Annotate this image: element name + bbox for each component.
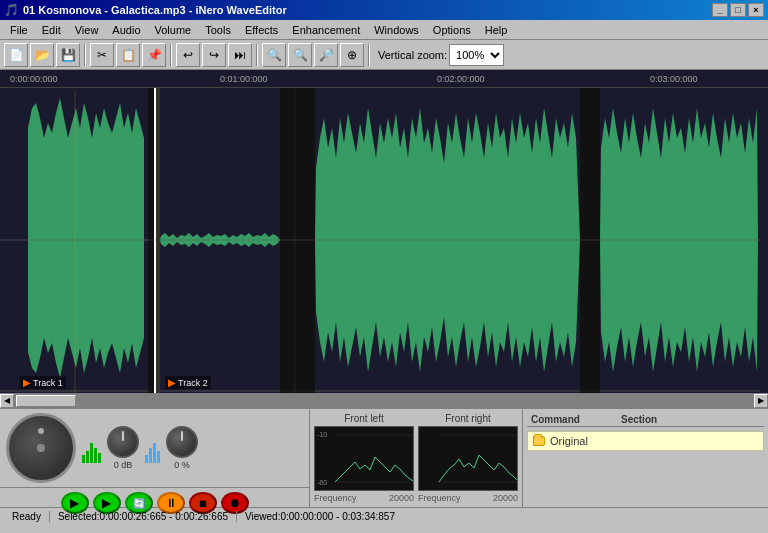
spectrum-left-title: Front left bbox=[344, 413, 383, 424]
bottom-panel: 0 dB 0 % ▶ ▶ 🔄 ⏸ ⏹ bbox=[0, 407, 768, 507]
cut-button[interactable]: ✂ bbox=[90, 43, 114, 67]
time-mark-1: 0:01:00:000 bbox=[220, 74, 268, 84]
spectrum-right-axis: Frequency 20000 bbox=[418, 491, 518, 503]
status-ready: Ready bbox=[4, 511, 50, 522]
spectrum-left-display: -10 -60 bbox=[314, 426, 414, 491]
vinyl-display bbox=[6, 413, 76, 483]
zoom-in-button[interactable]: 🔍 bbox=[262, 43, 286, 67]
volume-knob-group: 0 dB bbox=[107, 426, 139, 470]
menu-edit[interactable]: Edit bbox=[36, 22, 67, 38]
spectrum-right-display bbox=[418, 426, 518, 491]
spectrum-left-panel: Front left -10 -60 Frequency 20000 bbox=[314, 413, 414, 503]
level-bars bbox=[82, 433, 101, 463]
close-button[interactable]: × bbox=[748, 3, 764, 17]
menu-effects[interactable]: Effects bbox=[239, 22, 284, 38]
track1-arrow: ▶ bbox=[23, 377, 31, 388]
command-row-original[interactable]: Original bbox=[527, 431, 764, 451]
scroll-left-button[interactable]: ◀ bbox=[0, 394, 14, 408]
sep3 bbox=[256, 44, 258, 66]
menu-enhancement[interactable]: Enhancement bbox=[286, 22, 366, 38]
level-bar-2 bbox=[86, 451, 89, 463]
status-selected: Selected:0:00:00:26:665 - 0:00:26:665 bbox=[50, 511, 237, 522]
svg-rect-18 bbox=[419, 427, 518, 491]
svg-rect-13 bbox=[315, 427, 414, 491]
svg-text:-60: -60 bbox=[317, 479, 327, 486]
controls-area: 0 dB 0 % ▶ ▶ 🔄 ⏸ ⏹ bbox=[0, 409, 310, 507]
minimize-button[interactable]: _ bbox=[712, 3, 728, 17]
command-header: Command Section bbox=[527, 413, 764, 427]
vinyl-dot bbox=[38, 428, 44, 434]
toolbar: 📄 📂 💾 ✂ 📋 📌 ↩ ↪ ⏭ 🔍 🔍 🔎 ⊕ Vertical zoom:… bbox=[0, 40, 768, 70]
svg-rect-5 bbox=[280, 88, 315, 393]
pan-bar-3 bbox=[153, 443, 156, 463]
svg-text:-10: -10 bbox=[317, 431, 327, 438]
timeline-ruler[interactable]: 0:00:00:000 0:01:00:000 0:02:00:000 0:03… bbox=[0, 70, 768, 88]
time-mark-0: 0:00:00:000 bbox=[10, 74, 58, 84]
spectrum-left-svg: -10 -60 bbox=[315, 427, 414, 491]
pan-meter-group bbox=[145, 433, 160, 463]
menu-audio[interactable]: Audio bbox=[106, 22, 146, 38]
time-mark-3: 0:03:00:000 bbox=[650, 74, 698, 84]
time-mark-2: 0:02:00:000 bbox=[437, 74, 485, 84]
spectrum-left-freq-label: Frequency bbox=[314, 493, 357, 503]
pan-value: 0 % bbox=[174, 460, 190, 470]
track-label-2: ▶ Track 2 bbox=[165, 376, 211, 389]
title-bar: 🎵 01 Kosmonova - Galactica.mp3 - iNero W… bbox=[0, 0, 768, 20]
maximize-button[interactable]: □ bbox=[730, 3, 746, 17]
track2-arrow: ▶ bbox=[168, 377, 176, 388]
app-icon: 🎵 bbox=[4, 3, 19, 17]
pan-bar-4 bbox=[157, 451, 160, 463]
scroll-thumb[interactable] bbox=[16, 395, 76, 407]
zoom-sel-button[interactable]: 🔎 bbox=[314, 43, 338, 67]
level-bar-5 bbox=[98, 453, 101, 463]
zoom-out-button[interactable]: 🔍 bbox=[288, 43, 312, 67]
waveform-container[interactable]: 100 50 0 -50 100 50 0 -50 bbox=[0, 88, 768, 393]
open-button[interactable]: 📂 bbox=[30, 43, 54, 67]
spectrum-left-freq-max: 20000 bbox=[389, 493, 414, 503]
level-meter-group bbox=[82, 433, 101, 463]
redo-button[interactable]: ↪ bbox=[202, 43, 226, 67]
menu-view[interactable]: View bbox=[69, 22, 105, 38]
spectrum-right-freq-max: 20000 bbox=[493, 493, 518, 503]
title-text: 🎵 01 Kosmonova - Galactica.mp3 - iNero W… bbox=[4, 3, 287, 17]
title-controls: _ □ × bbox=[712, 3, 764, 17]
status-viewed: Viewed:0:00:00:000 - 0:03:34:857 bbox=[237, 511, 403, 522]
copy-button[interactable]: 📋 bbox=[116, 43, 140, 67]
zoom-label: Vertical zoom: bbox=[378, 49, 447, 61]
menu-help[interactable]: Help bbox=[479, 22, 514, 38]
spectrum-right-title: Front right bbox=[445, 413, 491, 424]
menu-bar: File Edit View Audio Volume Tools Effect… bbox=[0, 20, 768, 40]
spectrum-right-svg bbox=[419, 427, 518, 491]
save-button[interactable]: 💾 bbox=[56, 43, 80, 67]
spectrum-left-axis: Frequency 20000 bbox=[314, 491, 414, 503]
undo-button[interactable]: ↩ bbox=[176, 43, 200, 67]
command-col-header: Command bbox=[527, 413, 617, 426]
folder-shape bbox=[533, 436, 545, 446]
command-panel: Command Section Original bbox=[523, 409, 768, 507]
waveform-svg bbox=[0, 88, 768, 393]
pan-bar-2 bbox=[149, 448, 152, 463]
skip-button[interactable]: ⏭ bbox=[228, 43, 252, 67]
svg-rect-7 bbox=[580, 88, 600, 393]
h-scrollbar[interactable]: ◀ ▶ bbox=[0, 393, 768, 407]
volume-knob[interactable] bbox=[107, 426, 139, 458]
menu-windows[interactable]: Windows bbox=[368, 22, 425, 38]
menu-volume[interactable]: Volume bbox=[149, 22, 198, 38]
scroll-track[interactable] bbox=[14, 394, 754, 408]
zoom-extra-button[interactable]: ⊕ bbox=[340, 43, 364, 67]
pan-bars bbox=[145, 433, 160, 463]
spectrum-right-panel: Front right Frequency 20000 bbox=[418, 413, 518, 503]
track2-text: Track 2 bbox=[178, 378, 208, 388]
paste-button[interactable]: 📌 bbox=[142, 43, 166, 67]
level-bar-4 bbox=[94, 448, 97, 463]
menu-file[interactable]: File bbox=[4, 22, 34, 38]
menu-options[interactable]: Options bbox=[427, 22, 477, 38]
track1-text: Track 1 bbox=[33, 378, 63, 388]
scroll-right-button[interactable]: ▶ bbox=[754, 394, 768, 408]
pan-knob[interactable] bbox=[166, 426, 198, 458]
section-col-header: Section bbox=[617, 413, 661, 426]
knobs-row: 0 dB 0 % bbox=[0, 409, 309, 487]
zoom-select[interactable]: 100% 25% 50% 200% 400% bbox=[449, 44, 504, 66]
menu-tools[interactable]: Tools bbox=[199, 22, 237, 38]
new-button[interactable]: 📄 bbox=[4, 43, 28, 67]
